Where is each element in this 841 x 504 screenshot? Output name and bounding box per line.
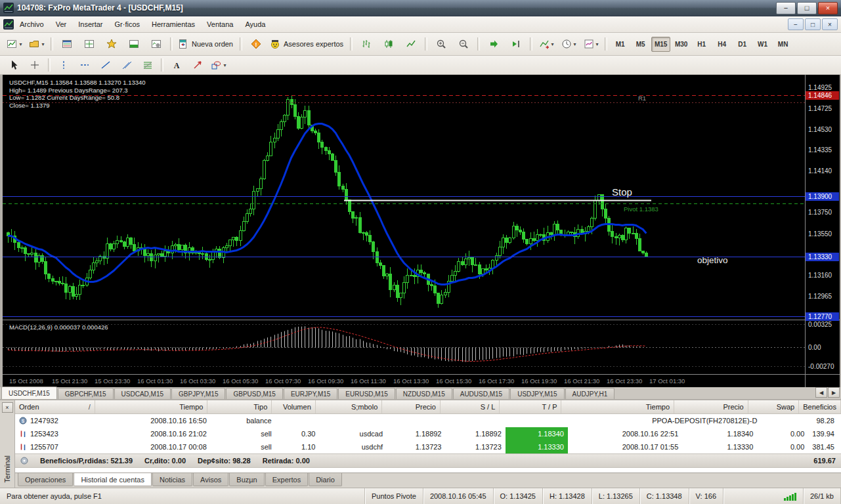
trendline-button[interactable] — [95, 58, 116, 72]
column-header-sl[interactable]: S / L — [441, 400, 500, 413]
timeframe-m30-button[interactable]: M30 — [672, 37, 691, 52]
chart-tab-audusdm15[interactable]: AUDUSD,M15 — [453, 388, 509, 399]
menu-herramientas[interactable]: Herramientas — [146, 18, 201, 31]
terminal-tab-buz-n[interactable]: Buzµn — [229, 473, 264, 486]
column-header-swap[interactable]: Swap — [748, 400, 800, 413]
column-header-precio[interactable]: Precio — [382, 400, 441, 413]
chart-tab-eurusdm15[interactable]: EURUSD,M15 — [338, 388, 395, 399]
chart-tab-eurjpym15[interactable]: EURJPY,M15 — [284, 388, 337, 399]
price-chart[interactable]: R1StopPivot 1.1383objetivoUSDCHF,M15 1.1… — [3, 75, 840, 387]
shapes-button[interactable]: ▾ — [208, 58, 229, 72]
timeframe-m1-button[interactable]: M1 — [611, 37, 630, 52]
chart-tab-usdjpym15[interactable]: USDJPY,M15 — [510, 388, 564, 399]
menu-insertar[interactable]: Insertar — [72, 18, 108, 31]
profiles-button[interactable]: ▾ — [26, 35, 48, 52]
bar-chart-button[interactable] — [355, 35, 377, 52]
terminal-close-button[interactable]: × — [2, 402, 13, 413]
new-order-button[interactable]: Nueva orden — [175, 35, 237, 52]
dropdown-arrow-icon[interactable]: ▾ — [574, 41, 576, 47]
auto-scroll-button[interactable] — [483, 35, 505, 52]
column-header-orden[interactable]: Orden/ — [15, 400, 95, 413]
column-header-tiempo[interactable]: Tiempo — [95, 400, 208, 413]
chart-tab-usdchfm15[interactable]: USDCHF,M15 — [1, 387, 57, 399]
chart-tab-gbpchfm15[interactable]: GBPCHF,M15 — [58, 388, 114, 399]
title-bar[interactable]: 104708: FxPro MetaTrader 4 - [USDCHF,M15… — [0, 0, 841, 16]
column-header-tipo[interactable]: Tipo — [207, 400, 272, 413]
child-minimize-button[interactable]: − — [788, 18, 804, 30]
child-restore-button[interactable]: □ — [805, 18, 821, 30]
chart-area[interactable]: R1StopPivot 1.1383objetivoUSDCHF,M15 1.1… — [0, 75, 841, 387]
indicators-button[interactable]: ▾ — [535, 35, 557, 52]
fibonacci-button[interactable] — [137, 58, 158, 72]
timeframe-h4-button[interactable]: H4 — [712, 37, 731, 52]
market-watch-button[interactable] — [56, 35, 78, 52]
child-close-button[interactable]: × — [822, 18, 838, 30]
chart-shift-button[interactable] — [505, 35, 527, 52]
cell-beneficios: 139.94 — [808, 427, 841, 440]
timeframe-m15-button[interactable]: M15 — [651, 37, 670, 52]
history-row-1253423[interactable]: 12534232008.10.16 21:02sell0.30usdcad1.1… — [15, 427, 841, 440]
column-header-tiempo2[interactable]: Tiempo — [561, 400, 674, 413]
crosshair-button[interactable] — [24, 58, 45, 72]
expert-warning-button[interactable]: ! — [245, 35, 267, 52]
line-chart-button[interactable] — [400, 35, 422, 52]
column-header-tp[interactable]: T / P — [500, 400, 561, 413]
tab-scroll-left-button[interactable]: ◀ — [815, 387, 827, 398]
text-button[interactable]: A — [166, 58, 187, 72]
menu-archivo[interactable]: Archivo — [14, 18, 50, 31]
periods-button[interactable]: ▾ — [557, 35, 580, 52]
horizontal-line-button[interactable] — [74, 58, 95, 72]
menu-ventana[interactable]: Ventana — [201, 18, 239, 31]
tab-scroll-right-button[interactable]: ▶ — [828, 387, 840, 398]
new-chart-button[interactable]: ▾ — [3, 35, 26, 52]
dropdown-arrow-icon[interactable]: ▾ — [41, 41, 44, 47]
menu-grficos[interactable]: Gr·ficos — [109, 18, 146, 31]
terminal-tab-historial-de-cuentas[interactable]: Historial de cuentas — [74, 473, 152, 486]
cursor-button[interactable] — [3, 58, 24, 72]
chart-tab-gbpusdm15[interactable]: GBPUSD,M15 — [226, 388, 282, 399]
history-table-header[interactable]: Orden/TiempoTipoVolumenS;mboloPrecioS / … — [15, 400, 841, 414]
column-header-beneficios[interactable]: Beneficios — [799, 400, 841, 413]
column-header-precio2[interactable]: Precio — [674, 400, 748, 413]
channel-button[interactable] — [116, 58, 137, 72]
history-row-1255707[interactable]: 12557072008.10.17 00:08sell1.10usdchf1.1… — [15, 440, 841, 453]
column-header-simbolo[interactable]: S;mbolo — [316, 400, 383, 413]
terminal-tab-diario[interactable]: Diario — [309, 473, 342, 486]
data-window-button[interactable] — [78, 35, 100, 52]
expert-advisors-button[interactable]: Asesores expertos — [267, 35, 347, 52]
chart-tab-gbpjpym15[interactable]: GBPJPY,M15 — [171, 388, 225, 399]
timeframe-mn-button[interactable]: MN — [773, 37, 792, 52]
history-row-1247932[interactable]: $12479322008.10.16 16:50balancePPOA-DEPO… — [15, 414, 841, 427]
vertical-line-button[interactable] — [53, 58, 74, 72]
timeframe-w1-button[interactable]: W1 — [753, 37, 772, 52]
zoom-out-button[interactable] — [452, 35, 475, 52]
timeframe-m5-button[interactable]: M5 — [631, 37, 650, 52]
maximize-button[interactable]: □ — [797, 2, 817, 14]
close-button[interactable]: × — [818, 2, 838, 14]
chart-tab-nzdusdm15[interactable]: NZDUSD,M15 — [396, 388, 452, 399]
arrow-draw-button[interactable] — [187, 58, 208, 72]
terminal-tab-avisos[interactable]: Avisos — [193, 473, 228, 486]
column-header-volumen[interactable]: Volumen — [272, 400, 315, 413]
terminal-button[interactable] — [123, 35, 145, 52]
candlestick-chart-button[interactable] — [377, 35, 400, 52]
dropdown-arrow-icon[interactable]: ▾ — [551, 41, 554, 47]
dropdown-arrow-icon[interactable]: ▾ — [223, 62, 226, 68]
minimize-button[interactable]: − — [776, 2, 796, 14]
strategy-tester-button[interactable] — [145, 35, 167, 52]
terminal-tab-operaciones[interactable]: Operaciones — [18, 473, 73, 486]
timeframe-d1-button[interactable]: D1 — [733, 37, 752, 52]
menu-ayuda[interactable]: Ayuda — [239, 18, 271, 31]
templates-button[interactable]: ▾ — [580, 35, 602, 52]
timeframe-h1-button[interactable]: H1 — [692, 37, 711, 52]
terminal-tab-expertos[interactable]: Expertos — [265, 473, 308, 486]
zoom-in-button[interactable] — [430, 35, 452, 52]
terminal-tab-noticias[interactable]: Noticias — [152, 473, 192, 486]
menu-ver[interactable]: Ver — [50, 18, 73, 31]
chart-tab-audjpyh1[interactable]: AUDJPY,H1 — [565, 388, 615, 399]
trendline-icon — [100, 60, 111, 70]
chart-tab-usdcadm15[interactable]: USDCAD,M15 — [114, 388, 171, 399]
navigator-button[interactable] — [100, 35, 123, 52]
dropdown-arrow-icon[interactable]: ▾ — [19, 41, 22, 47]
dropdown-arrow-icon[interactable]: ▾ — [596, 41, 599, 47]
